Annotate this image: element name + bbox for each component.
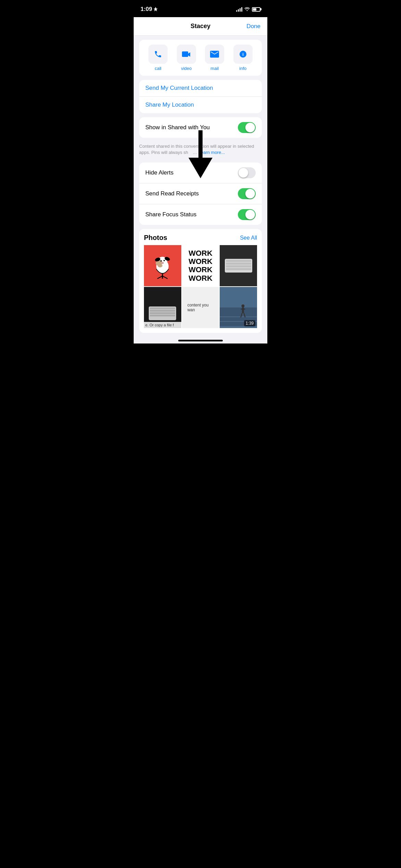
- action-buttons-row: call video mail: [139, 40, 262, 76]
- share-my-location[interactable]: Share My Location: [139, 97, 262, 113]
- info-icon: i: [233, 45, 253, 64]
- call-icon: [148, 45, 168, 64]
- svg-point-6: [160, 260, 162, 262]
- battery-icon: [252, 7, 260, 12]
- svg-rect-23: [150, 315, 175, 316]
- svg-rect-15: [226, 260, 251, 262]
- photo-gym[interactable]: 1:39: [220, 287, 257, 328]
- svg-rect-17: [226, 265, 251, 267]
- call-button[interactable]: call: [145, 45, 171, 71]
- send-current-location[interactable]: Send My Current Location: [139, 80, 262, 97]
- shared-with-you-section: Show in Shared with You: [139, 117, 262, 138]
- mail-icon: [205, 45, 224, 64]
- status-icons: [236, 7, 260, 12]
- svg-point-7: [163, 260, 165, 261]
- photos-title: Photos: [144, 234, 167, 242]
- mail-button[interactable]: mail: [202, 45, 228, 71]
- photos-section: Photos See All: [139, 229, 262, 333]
- video-icon: [177, 45, 196, 64]
- status-time: 1:09: [141, 6, 158, 13]
- overlay-content-text: content you wan: [185, 300, 217, 315]
- wifi-icon: [244, 7, 250, 12]
- video-timestamp: 1:39: [244, 320, 255, 326]
- svg-line-13: [162, 276, 168, 279]
- home-bar: [178, 340, 223, 341]
- photo-text-overlay[interactable]: content you wan: [182, 287, 219, 328]
- shared-with-you-toggle[interactable]: [238, 122, 256, 133]
- send-read-receipts-row: Send Read Receipts: [139, 183, 262, 204]
- photo-keyboard1[interactable]: [220, 245, 257, 286]
- work-text: WORKWORKWORKWORK: [189, 249, 212, 282]
- svg-text:i: i: [242, 52, 244, 57]
- alerts-section: Hide Alerts Send Read Receipts Share Foc…: [139, 162, 262, 225]
- done-button[interactable]: Done: [246, 23, 260, 30]
- svg-point-8: [161, 262, 164, 264]
- learn-more-link[interactable]: Learn more...: [198, 150, 225, 155]
- home-indicator: [134, 337, 267, 343]
- share-focus-status-row: Share Focus Status: [139, 204, 262, 225]
- hide-alerts-toggle[interactable]: [238, 167, 256, 178]
- info-label: info: [239, 66, 246, 71]
- shared-with-you-label: Show in Shared with You: [145, 124, 210, 131]
- header-title: Stacey: [191, 23, 210, 30]
- mail-label: mail: [210, 66, 219, 71]
- svg-rect-18: [226, 268, 251, 270]
- svg-rect-21: [150, 310, 175, 312]
- signal-bars-icon: [236, 7, 242, 12]
- svg-point-5: [158, 264, 162, 267]
- send-read-receipts-toggle[interactable]: [238, 188, 256, 199]
- video-label: video: [181, 66, 192, 71]
- svg-point-28: [242, 304, 245, 308]
- photo-work[interactable]: WORKWORKWORKWORK: [182, 245, 219, 286]
- video-button[interactable]: video: [173, 45, 199, 71]
- hide-alerts-label: Hide Alerts: [145, 169, 173, 176]
- share-focus-status-toggle[interactable]: [238, 209, 256, 220]
- svg-rect-20: [150, 308, 175, 309]
- svg-rect-16: [226, 263, 251, 265]
- photos-header: Photos See All: [144, 234, 257, 242]
- overlay-text: e. Or copy a file f: [144, 322, 181, 328]
- photo-snoopy[interactable]: [144, 245, 181, 286]
- photos-grid: WORKWORKWORKWORK: [144, 245, 257, 328]
- location-section: Send My Current Location Share My Locati…: [139, 80, 262, 113]
- svg-line-12: [157, 276, 162, 279]
- status-bar: 1:09: [134, 0, 267, 17]
- see-all-photos-button[interactable]: See All: [240, 235, 257, 241]
- info-button[interactable]: i info: [230, 45, 256, 71]
- header: Stacey Done: [134, 17, 267, 36]
- hide-alerts-row: Hide Alerts: [139, 162, 262, 183]
- shared-with-you-row: Show in Shared with You: [139, 117, 262, 138]
- shared-description: Content shared in this conversation will…: [134, 141, 267, 160]
- share-focus-status-label: Share Focus Status: [145, 211, 196, 218]
- svg-rect-29: [242, 308, 244, 313]
- svg-rect-22: [150, 312, 175, 314]
- send-read-receipts-label: Send Read Receipts: [145, 190, 199, 197]
- call-label: call: [155, 66, 161, 71]
- photo-keyboard2[interactable]: e. Or copy a file f: [144, 287, 181, 328]
